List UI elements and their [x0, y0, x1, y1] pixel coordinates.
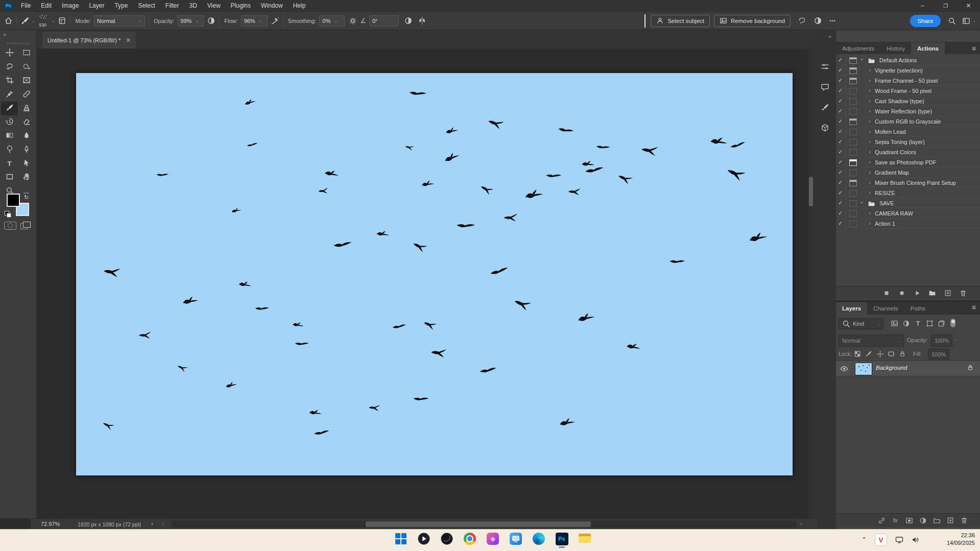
- action-include-check[interactable]: ✓: [838, 67, 843, 74]
- lock-paint-icon[interactable]: [864, 349, 873, 358]
- close-button[interactable]: ✕: [957, 0, 980, 11]
- delete-button[interactable]: [959, 289, 967, 297]
- symmetry-icon[interactable]: [418, 16, 426, 25]
- new-layer-button[interactable]: [946, 516, 955, 525]
- chevron-right-icon[interactable]: ›: [869, 87, 871, 93]
- brush-size-chevron-icon[interactable]: ⌄: [52, 18, 55, 23]
- share-button[interactable]: Share: [910, 15, 941, 27]
- action-set-row[interactable]: ✓⌄SAVE: [836, 198, 980, 208]
- canvas[interactable]: [76, 73, 793, 475]
- angle-input[interactable]: 0°: [369, 15, 399, 27]
- taskbar-this-pc-icon[interactable]: [509, 532, 522, 545]
- chevron-right-icon[interactable]: ›: [869, 159, 871, 165]
- minimize-button[interactable]: –: [911, 0, 934, 11]
- chevron-down-icon[interactable]: ⌄: [859, 198, 864, 205]
- action-row[interactable]: ✓›Water Reflection (type): [836, 106, 980, 116]
- action-dialog-toggle[interactable]: [849, 57, 857, 64]
- actions-panel-menu-icon[interactable]: ≡: [972, 44, 976, 53]
- tab-paths[interactable]: Paths: [904, 302, 931, 315]
- menu-file[interactable]: File: [16, 0, 36, 11]
- display-tray-icon[interactable]: [895, 536, 903, 544]
- lock-all-icon[interactable]: [898, 349, 907, 358]
- foreground-color-swatch[interactable]: [7, 194, 20, 207]
- record-button[interactable]: [897, 289, 906, 297]
- layer-fill-value[interactable]: 100%: [928, 349, 949, 360]
- screen-mode-button[interactable]: [20, 222, 31, 229]
- workspace-layout-icon[interactable]: [962, 17, 970, 25]
- action-row[interactable]: ✓›RESIZE: [836, 188, 980, 198]
- chevron-right-icon[interactable]: ›: [869, 149, 871, 155]
- action-dialog-toggle[interactable]: [849, 200, 857, 207]
- action-row[interactable]: ✓›Sepia Toning (layer): [836, 137, 980, 147]
- default-colors-icon[interactable]: [5, 211, 10, 217]
- hidden-icons-chevron-icon[interactable]: ⌃: [862, 536, 867, 543]
- mask-button[interactable]: [904, 516, 914, 525]
- tool-object-selection[interactable]: [18, 60, 35, 74]
- group-folder-button[interactable]: [932, 516, 941, 525]
- chevron-right-icon[interactable]: ›: [869, 128, 871, 134]
- action-include-check[interactable]: ✓: [838, 220, 843, 227]
- menu-window[interactable]: Window: [256, 0, 288, 11]
- action-include-check[interactable]: ✓: [838, 189, 843, 196]
- action-include-check[interactable]: ✓: [838, 200, 843, 206]
- vertical-scrollbar[interactable]: [808, 49, 814, 518]
- layer-visibility-toggle[interactable]: [836, 361, 852, 376]
- taskbar-file-explorer-icon[interactable]: [578, 532, 591, 545]
- horizontal-scrollbar-thumb[interactable]: [366, 521, 591, 527]
- menu-edit[interactable]: Edit: [36, 0, 57, 11]
- action-dialog-toggle[interactable]: [849, 98, 857, 105]
- tool-frame[interactable]: [18, 74, 35, 88]
- new-action-button[interactable]: [943, 289, 952, 297]
- action-include-check[interactable]: ✓: [838, 169, 843, 176]
- action-include-check[interactable]: ✓: [838, 128, 843, 135]
- action-dialog-toggle[interactable]: [849, 180, 857, 186]
- more-options-icon[interactable]: •••: [829, 18, 835, 23]
- smoothing-gear-icon[interactable]: [349, 17, 357, 25]
- tool-gradient[interactable]: [1, 129, 18, 143]
- filter-adjustment-icon[interactable]: [902, 319, 911, 328]
- tool-blur[interactable]: [18, 129, 35, 143]
- action-dialog-toggle[interactable]: [849, 210, 857, 217]
- action-row[interactable]: ✓›Molten Lead: [836, 127, 980, 137]
- action-row[interactable]: ✓›Custom RGB to Grayscale: [836, 116, 980, 127]
- scroll-right-chevron-icon[interactable]: ›: [800, 520, 802, 526]
- home-icon[interactable]: [4, 16, 13, 25]
- action-include-check[interactable]: ✓: [838, 138, 843, 145]
- action-row[interactable]: ✓›Gradient Map: [836, 167, 980, 178]
- lock-transparent-icon[interactable]: [853, 349, 862, 358]
- mode-dropdown[interactable]: Normal⌄: [94, 15, 145, 27]
- action-include-check[interactable]: ✓: [838, 98, 843, 104]
- action-row[interactable]: ✓›Mixer Brush Cloning Paint Setup: [836, 178, 980, 188]
- action-include-check[interactable]: ✓: [838, 57, 843, 63]
- tool-marquee[interactable]: [18, 46, 35, 60]
- tool-dodge[interactable]: [1, 143, 18, 157]
- action-dialog-toggle[interactable]: [849, 190, 857, 197]
- chevron-right-icon[interactable]: ›: [869, 169, 871, 175]
- action-row[interactable]: ✓›Wood Frame - 50 pixel: [836, 86, 980, 96]
- filter-smart-object-icon[interactable]: [937, 319, 946, 328]
- action-dialog-toggle[interactable]: [849, 221, 857, 227]
- taskbar-pink-app-icon[interactable]: ◈: [486, 532, 499, 545]
- link-button[interactable]: [877, 516, 886, 525]
- chevron-right-icon[interactable]: ›: [869, 138, 871, 145]
- tool-move[interactable]: [1, 46, 18, 60]
- action-include-check[interactable]: ✓: [838, 87, 843, 94]
- panel-icon-comments[interactable]: [819, 81, 830, 92]
- taskbar-dark-app-icon[interactable]: [440, 532, 453, 545]
- opacity-dropdown[interactable]: 99%⌄: [177, 15, 204, 27]
- panel-icon-properties-sliders[interactable]: [819, 61, 830, 72]
- search-icon[interactable]: [948, 17, 956, 25]
- chevron-right-icon[interactable]: ›: [869, 179, 871, 185]
- chevron-right-icon[interactable]: ›: [869, 108, 871, 114]
- menu-view[interactable]: View: [202, 0, 226, 11]
- tab-actions[interactable]: Actions: [911, 42, 945, 55]
- menu-plugins[interactable]: Plugins: [226, 0, 256, 11]
- panel-icon-3d-cube[interactable]: [819, 122, 830, 133]
- action-include-check[interactable]: ✓: [838, 77, 843, 84]
- vertical-scrollbar-thumb[interactable]: [809, 177, 813, 206]
- menu-type[interactable]: Type: [109, 0, 133, 11]
- toolbar-grip[interactable]: [7, 42, 29, 44]
- chevron-right-icon[interactable]: ›: [869, 98, 871, 104]
- taskbar-media-player-icon[interactable]: [417, 532, 431, 545]
- select-subject-button[interactable]: Select subject: [651, 15, 710, 27]
